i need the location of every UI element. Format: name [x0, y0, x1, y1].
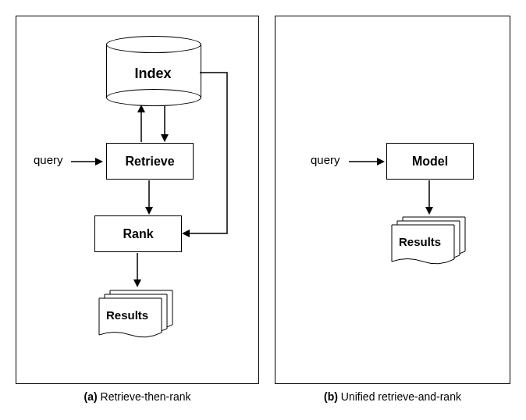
- svg-marker-1: [137, 105, 145, 112]
- results-stack-a: Results: [98, 290, 169, 336]
- caption-b-text: Unified retrieve-and-rank: [338, 390, 461, 403]
- svg-marker-3: [161, 134, 169, 142]
- arrow-query-model: [347, 154, 386, 169]
- results-label-b: Results: [399, 235, 441, 248]
- model-box: Model: [386, 143, 474, 180]
- arrow-index-retrieve-down: [157, 105, 172, 144]
- arrow-index-rank: [180, 71, 235, 243]
- diagram-container: Index query Retrieve: [16, 16, 510, 403]
- svg-marker-5: [95, 158, 103, 166]
- caption-a-bold: (a): [84, 390, 98, 403]
- svg-marker-12: [377, 158, 385, 166]
- index-label: Index: [106, 66, 200, 82]
- caption-a: (a) Retrieve-then-rank: [16, 390, 259, 403]
- svg-marker-8: [182, 230, 190, 237]
- query-label-b: query: [311, 153, 340, 166]
- caption-b-bold: (b): [324, 390, 338, 403]
- results-label-a: Results: [106, 308, 148, 322]
- panel-a: Index query Retrieve: [16, 16, 259, 384]
- arrow-retrieve-rank: [141, 179, 157, 216]
- results-stack-b: Results: [391, 216, 461, 263]
- query-label-a: query: [34, 153, 63, 166]
- caption-a-text: Retrieve-then-rank: [98, 390, 191, 403]
- rank-box: Rank: [94, 215, 182, 252]
- panel-a-wrapper: Index query Retrieve: [16, 16, 259, 403]
- svg-marker-7: [145, 207, 153, 215]
- svg-marker-10: [133, 279, 141, 287]
- panel-b: query Model: [275, 16, 510, 384]
- caption-b: (b) Unified retrieve-and-rank: [275, 390, 510, 403]
- arrow-rank-results: [130, 251, 145, 289]
- arrow-index-retrieve-up: [133, 105, 149, 144]
- model-label: Model: [412, 155, 448, 169]
- rank-label: Rank: [123, 227, 153, 241]
- svg-marker-14: [425, 207, 433, 215]
- arrow-query-retrieve: [69, 154, 105, 169]
- arrow-model-results: [421, 179, 437, 216]
- panel-b-wrapper: query Model: [275, 16, 510, 403]
- retrieve-label: Retrieve: [125, 155, 174, 169]
